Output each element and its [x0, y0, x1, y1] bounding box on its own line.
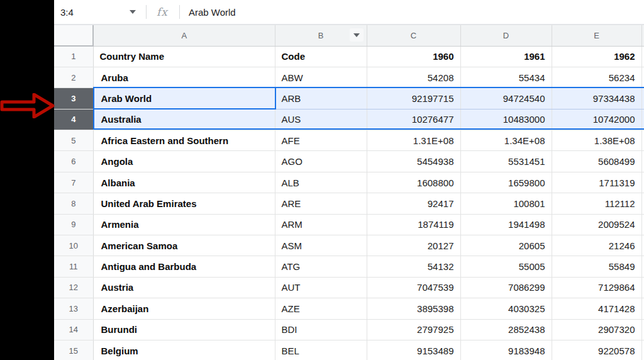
cell-D7[interactable]: 1659800 [460, 172, 552, 193]
cell-A2[interactable]: Aruba [93, 67, 275, 87]
cell-B1[interactable]: Code [275, 46, 367, 67]
row-header-3[interactable]: 3 [54, 88, 93, 109]
cell-C4[interactable]: 10276477 [367, 109, 460, 130]
cell-F8[interactable] [641, 193, 644, 214]
cell-F11[interactable] [641, 256, 644, 277]
cell-C6[interactable]: 5454938 [367, 151, 460, 172]
cell-B10[interactable]: ASM [275, 235, 367, 256]
column-header-B[interactable]: B [275, 25, 367, 46]
cell-D15[interactable]: 9183948 [460, 340, 552, 360]
cell-C15[interactable]: 9153489 [367, 340, 460, 360]
cell-E8[interactable]: 112112 [552, 193, 641, 214]
row-header-9[interactable]: 9 [54, 214, 93, 235]
row-header-5[interactable]: 5 [54, 130, 93, 151]
cell-B4[interactable]: AUS [275, 109, 367, 130]
cell-B5[interactable]: AFE [275, 130, 367, 151]
cell-A13[interactable]: Azerbaijan [93, 298, 275, 319]
cell-F14[interactable] [641, 319, 644, 340]
cell-A12[interactable]: Austria [93, 277, 275, 298]
row-header-8[interactable]: 8 [54, 193, 93, 214]
cell-A3[interactable]: Arab World [93, 88, 275, 109]
cell-E9[interactable]: 2009524 [552, 214, 641, 235]
name-box-dropdown-icon[interactable] [130, 10, 136, 14]
cell-C10[interactable]: 20127 [367, 235, 460, 256]
cell-C8[interactable]: 92417 [367, 193, 460, 214]
column-header-A[interactable]: A [93, 25, 275, 46]
cell-D11[interactable]: 55005 [460, 256, 552, 277]
cell-A4[interactable]: Australia [93, 109, 275, 130]
cell-A15[interactable]: Belgium [93, 340, 275, 360]
row-header-1[interactable]: 1 [54, 46, 93, 67]
cell-F5[interactable] [641, 130, 644, 151]
cell-D1[interactable]: 1961 [460, 46, 552, 67]
cell-C12[interactable]: 7047539 [367, 277, 460, 298]
cell-B6[interactable]: AGO [275, 151, 367, 172]
row-header-4[interactable]: 4 [54, 109, 93, 130]
cell-C3[interactable]: 92197715 [367, 88, 460, 109]
cell-F3[interactable] [641, 88, 644, 109]
cell-D14[interactable]: 2852438 [460, 319, 552, 340]
cell-F4[interactable] [641, 109, 644, 130]
cell-D3[interactable]: 94724540 [460, 88, 552, 109]
cell-E15[interactable]: 9220578 [552, 340, 641, 360]
column-header-C[interactable]: C [367, 25, 460, 46]
cell-B7[interactable]: ALB [275, 172, 367, 193]
cell-F13[interactable] [641, 298, 644, 319]
cell-A7[interactable]: Albania [93, 172, 275, 193]
cell-D9[interactable]: 1941498 [460, 214, 552, 235]
cell-F1[interactable] [641, 46, 644, 67]
cell-A11[interactable]: Antigua and Barbuda [93, 256, 275, 277]
cell-D4[interactable]: 10483000 [460, 109, 552, 130]
cell-D6[interactable]: 5531451 [460, 151, 552, 172]
column-header-D[interactable]: D [460, 25, 552, 46]
cell-B15[interactable]: BEL [275, 340, 367, 360]
cell-A1[interactable]: Country Name [93, 46, 275, 67]
cell-A8[interactable]: United Arab Emirates [93, 193, 275, 214]
cell-B2[interactable]: ABW [275, 67, 367, 87]
cell-E14[interactable]: 2907320 [552, 319, 641, 340]
row-header-11[interactable]: 11 [54, 256, 93, 277]
cell-F10[interactable] [641, 235, 644, 256]
cell-D12[interactable]: 7086299 [460, 277, 552, 298]
cell-C11[interactable]: 54132 [367, 256, 460, 277]
cell-E11[interactable]: 55849 [552, 256, 641, 277]
cell-E2[interactable]: 56234 [552, 67, 641, 87]
cell-C2[interactable]: 54208 [367, 67, 460, 87]
cell-D8[interactable]: 100801 [460, 193, 552, 214]
cell-B8[interactable]: ARE [275, 193, 367, 214]
column-header-E[interactable]: E [552, 25, 641, 46]
cell-D13[interactable]: 4030325 [460, 298, 552, 319]
cell-D5[interactable]: 1.34E+08 [460, 130, 552, 151]
cell-F15[interactable] [641, 340, 644, 360]
row-header-13[interactable]: 13 [54, 298, 93, 319]
select-all-corner[interactable] [54, 25, 93, 46]
cell-E7[interactable]: 1711319 [552, 172, 641, 193]
row-header-6[interactable]: 6 [54, 151, 93, 172]
cell-F9[interactable] [641, 214, 644, 235]
cell-E5[interactable]: 1.38E+08 [552, 130, 641, 151]
formula-input[interactable]: Arab World [189, 7, 236, 18]
cell-D10[interactable]: 20605 [460, 235, 552, 256]
cell-C1[interactable]: 1960 [367, 46, 460, 67]
row-header-14[interactable]: 14 [54, 319, 93, 340]
cell-D2[interactable]: 55434 [460, 67, 552, 87]
row-header-15[interactable]: 15 [54, 340, 93, 360]
cell-B9[interactable]: ARM [275, 214, 367, 235]
cell-B14[interactable]: BDI [275, 319, 367, 340]
cell-E13[interactable]: 4171428 [552, 298, 641, 319]
cell-F6[interactable] [641, 151, 644, 172]
cell-E1[interactable]: 1962 [552, 46, 641, 67]
cell-E3[interactable]: 97334438 [552, 88, 641, 109]
column-header-partial[interactable] [641, 25, 644, 46]
cell-E6[interactable]: 5608499 [552, 151, 641, 172]
cell-A6[interactable]: Angola [93, 151, 275, 172]
cell-C5[interactable]: 1.31E+08 [367, 130, 460, 151]
cell-E4[interactable]: 10742000 [552, 109, 641, 130]
cell-A14[interactable]: Burundi [93, 319, 275, 340]
row-header-10[interactable]: 10 [54, 235, 93, 256]
cell-F2[interactable] [641, 67, 644, 87]
cell-F12[interactable] [641, 277, 644, 298]
row-header-2[interactable]: 2 [54, 67, 93, 87]
cell-C14[interactable]: 2797925 [367, 319, 460, 340]
cell-B11[interactable]: ATG [275, 256, 367, 277]
